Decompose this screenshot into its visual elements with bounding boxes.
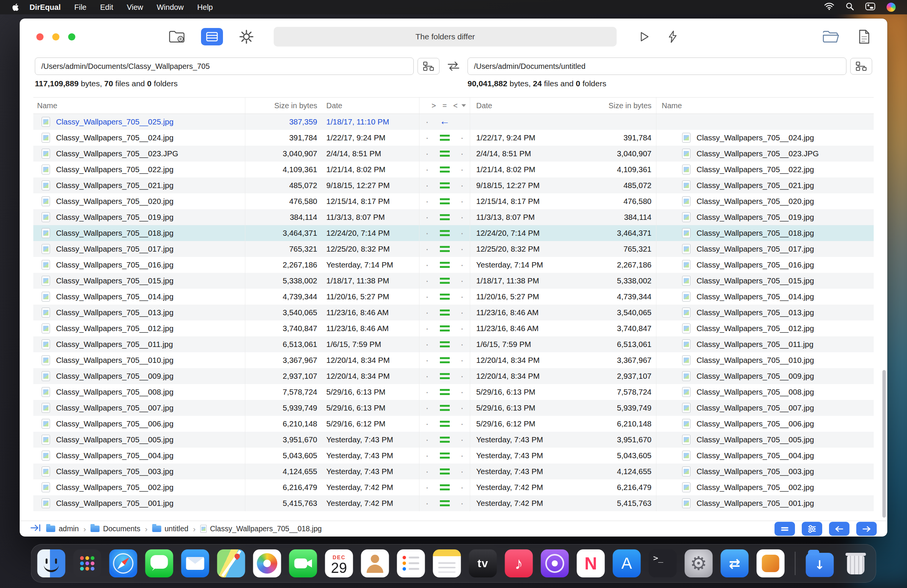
- table-row[interactable]: Classy_Wallpapers_705__020.jpg476,58012/…: [33, 193, 874, 209]
- dock-finder-icon[interactable]: [37, 550, 66, 577]
- table-row[interactable]: Classy_Wallpapers_705__015.jpg5,338,0021…: [33, 273, 874, 289]
- right-size-cell: 5,415,763: [561, 495, 656, 511]
- breadcrumb-item[interactable]: Classy_Wallpapers_705__018.jpg: [200, 524, 322, 533]
- dock-appletv-icon[interactable]: [469, 550, 497, 577]
- prev-difference-button[interactable]: [829, 522, 849, 536]
- control-center-icon[interactable]: [865, 3, 875, 12]
- file-icon: [682, 323, 691, 333]
- swap-directions-icon[interactable]: [443, 61, 464, 72]
- table-row[interactable]: Classy_Wallpapers_705__023.JPG3,040,9072…: [33, 146, 874, 161]
- breadcrumb-item[interactable]: admin: [46, 524, 79, 533]
- table-row[interactable]: Classy_Wallpapers_705__004.jpg5,043,605Y…: [33, 447, 874, 463]
- dock-podcasts-icon[interactable]: [541, 550, 569, 577]
- menu-edit[interactable]: Edit: [93, 3, 120, 12]
- dock-launchpad-icon[interactable]: [74, 550, 101, 577]
- table-row[interactable]: Classy_Wallpapers_705__001.jpg5,415,763Y…: [33, 495, 874, 511]
- table-row[interactable]: Classy_Wallpapers_705__009.jpg2,937,1071…: [33, 368, 874, 384]
- menu-app-name[interactable]: DirEqual: [23, 3, 67, 12]
- dock-calendar-icon[interactable]: DEC29: [325, 550, 353, 577]
- dock-notes-icon[interactable]: [433, 550, 461, 577]
- next-difference-button[interactable]: [856, 522, 877, 536]
- header-size-left[interactable]: Size in bytes: [245, 97, 320, 113]
- header-compare[interactable]: > = <: [420, 97, 470, 113]
- equal-icon: [440, 198, 450, 205]
- breadcrumb-item[interactable]: Documents: [90, 524, 141, 533]
- zoom-button[interactable]: [68, 33, 75, 40]
- right-name-cell: Classy_Wallpapers_705__011.jpg: [656, 336, 874, 352]
- menu-view[interactable]: View: [120, 3, 150, 12]
- table-row[interactable]: Classy_Wallpapers_705__007.jpg5,939,7495…: [33, 400, 874, 416]
- breadcrumb-item[interactable]: untitled: [152, 524, 189, 533]
- header-size-right[interactable]: Size in bytes: [561, 97, 656, 113]
- table-row[interactable]: Classy_Wallpapers_705__003.jpg4,124,655Y…: [33, 463, 874, 479]
- dock-mail-icon[interactable]: [181, 550, 209, 577]
- apple-menu-icon[interactable]: [9, 3, 23, 11]
- dock-messages-icon[interactable]: [145, 550, 173, 577]
- menu-file[interactable]: File: [67, 3, 93, 12]
- table-row[interactable]: Classy_Wallpapers_705__025.jpg387,3591/1…: [33, 114, 874, 130]
- scrollbar-thumb[interactable]: [882, 370, 886, 518]
- header-name-right[interactable]: Name: [656, 97, 874, 113]
- table-row[interactable]: Classy_Wallpapers_705__002.jpg6,216,479Y…: [33, 479, 874, 495]
- wifi-icon[interactable]: [824, 2, 834, 12]
- goto-selection-icon[interactable]: [30, 523, 41, 534]
- header-name-left[interactable]: Name: [33, 97, 245, 113]
- left-date-cell: 12/20/14, 8:34 PM: [320, 352, 420, 368]
- header-date-left[interactable]: Date: [320, 97, 420, 113]
- dock-direqual-icon[interactable]: [721, 550, 749, 577]
- spotlight-icon[interactable]: [846, 2, 854, 13]
- dock-appstore-icon[interactable]: [613, 550, 641, 577]
- left-path-field[interactable]: [35, 58, 414, 75]
- dock-trash-icon[interactable]: [842, 550, 870, 577]
- report-document-button[interactable]: [858, 29, 871, 44]
- table-row[interactable]: Classy_Wallpapers_705__016.jpg2,267,186Y…: [33, 257, 874, 273]
- table-row[interactable]: Classy_Wallpapers_705__018.jpg3,464,3711…: [33, 225, 874, 241]
- table-row[interactable]: Classy_Wallpapers_705__019.jpg384,11411/…: [33, 209, 874, 225]
- table-row[interactable]: Classy_Wallpapers_705__011.jpg6,513,0611…: [33, 336, 874, 352]
- right-path-field[interactable]: [468, 58, 846, 75]
- dock-settings-icon[interactable]: [685, 550, 713, 577]
- dock-terminal-icon[interactable]: [649, 550, 677, 577]
- dock-downloads-icon[interactable]: [806, 553, 834, 577]
- table-row[interactable]: Classy_Wallpapers_705__021.jpg485,0729/1…: [33, 177, 874, 193]
- table-row[interactable]: Classy_Wallpapers_705__010.jpg3,367,9671…: [33, 352, 874, 368]
- menu-help[interactable]: Help: [191, 3, 220, 12]
- dock-contacts-icon[interactable]: [361, 550, 389, 577]
- dock-music-icon[interactable]: [505, 550, 533, 577]
- quick-compare-bolt-button[interactable]: [667, 30, 678, 43]
- dock-orange-app-icon[interactable]: [757, 550, 785, 577]
- right-size-cell: 5,043,605: [561, 447, 656, 463]
- table-row[interactable]: Classy_Wallpapers_705__024.jpg391,7841/2…: [33, 130, 874, 146]
- table-row[interactable]: Classy_Wallpapers_705__017.jpg765,32112/…: [33, 241, 874, 257]
- table-row[interactable]: Classy_Wallpapers_705__013.jpg3,540,0651…: [33, 305, 874, 321]
- open-folder-button[interactable]: [822, 30, 840, 43]
- close-button[interactable]: [36, 33, 43, 40]
- table-row[interactable]: Classy_Wallpapers_705__022.jpg4,109,3611…: [33, 161, 874, 177]
- dock-reminders-icon[interactable]: [397, 550, 425, 577]
- settings-gear-button[interactable]: [239, 29, 254, 44]
- minimize-button[interactable]: [52, 33, 59, 40]
- dock-photos-icon[interactable]: [253, 550, 281, 577]
- file-icon: [42, 244, 50, 254]
- compare-play-button[interactable]: [638, 30, 650, 43]
- dot-icon: ·: [425, 308, 429, 318]
- filter-options-button[interactable]: [802, 522, 822, 536]
- dock-facetime-icon[interactable]: [289, 550, 317, 577]
- siri-icon[interactable]: [886, 3, 896, 12]
- dock-maps-icon[interactable]: [217, 550, 245, 577]
- menu-window[interactable]: Window: [150, 3, 191, 12]
- select-folders-button[interactable]: [168, 30, 185, 43]
- filter-equal-button[interactable]: [774, 522, 795, 536]
- header-date-right[interactable]: Date: [470, 97, 561, 113]
- dock-safari-icon[interactable]: [109, 550, 138, 577]
- left-folder-tree-button[interactable]: [418, 58, 439, 75]
- dot-icon: ·: [425, 117, 429, 127]
- right-folder-tree-button[interactable]: [850, 58, 872, 75]
- table-row[interactable]: Classy_Wallpapers_705__012.jpg3,740,8471…: [33, 321, 874, 336]
- dock-news-icon[interactable]: [577, 550, 605, 577]
- table-row[interactable]: Classy_Wallpapers_705__014.jpg4,739,3441…: [33, 289, 874, 305]
- table-row[interactable]: Classy_Wallpapers_705__008.jpg7,578,7245…: [33, 384, 874, 400]
- view-mode-button[interactable]: [201, 28, 223, 45]
- table-row[interactable]: Classy_Wallpapers_705__005.jpg3,951,670Y…: [33, 432, 874, 447]
- table-row[interactable]: Classy_Wallpapers_705__006.jpg6,210,1485…: [33, 416, 874, 432]
